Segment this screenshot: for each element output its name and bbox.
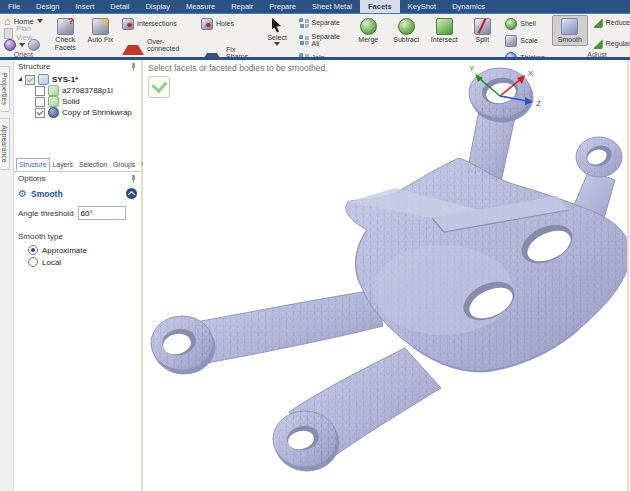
smooth-icon (561, 18, 578, 35)
select-label: Select (267, 34, 286, 42)
tab-appearance[interactable]: Appearance (0, 118, 10, 170)
tab-insert[interactable]: Insert (67, 0, 102, 13)
plan-view-icon (4, 28, 13, 39)
angle-threshold-label: Angle threshold (18, 209, 74, 218)
separate-label: Separate (312, 19, 340, 26)
shell-label: Shell (520, 20, 536, 27)
tab-properties[interactable]: Properties (0, 66, 10, 112)
pin-icon[interactable] (129, 175, 137, 183)
shell-icon (505, 18, 517, 30)
spin-tools[interactable] (2, 39, 42, 51)
ribbon-group-orient: ⌂ Home Plan View Orient (0, 14, 47, 57)
radio-button-icon[interactable] (28, 257, 38, 267)
gear-icon: ⚙ (18, 189, 27, 199)
auto-fix-icon (92, 18, 109, 35)
tree-row-sys[interactable]: SYS-1* (18, 74, 141, 85)
split-label: Split (475, 36, 489, 44)
radio-button-icon[interactable] (28, 245, 38, 255)
radio-approximate-label: Approximate (42, 246, 87, 255)
subtract-button[interactable]: Subtract (388, 15, 424, 46)
merge-label: Merge (358, 36, 378, 44)
active-tool-name: Smooth (31, 189, 122, 199)
checkbox-solid[interactable] (35, 97, 45, 107)
regularize-icon (593, 39, 603, 49)
shell-button[interactable]: Shell (502, 16, 548, 32)
structure-panel-title: Structure (18, 62, 50, 71)
smooth-button[interactable]: Smooth (552, 15, 588, 46)
regularize-label: Regularize (606, 40, 630, 47)
checkbox-part[interactable] (35, 86, 45, 96)
checkbox-shrinkwrap[interactable] (35, 108, 45, 118)
model-viewport[interactable]: Select facets or faceted bodies to be sm… (143, 60, 629, 491)
select-button[interactable]: Select (261, 15, 294, 48)
angle-threshold-input[interactable] (78, 206, 126, 220)
regularize-button[interactable]: Regularize (590, 37, 630, 51)
collapse-options-button[interactable] (126, 188, 137, 199)
radio-local[interactable]: Local (14, 255, 141, 267)
tab-keyshot[interactable]: KeyShot (400, 0, 444, 13)
panel-tab-selection[interactable]: Selection (76, 158, 110, 171)
check-facets-button[interactable]: Check Facets (49, 15, 82, 53)
over-connected-icon (122, 35, 144, 55)
tab-display[interactable]: Display (137, 0, 178, 13)
ribbon-tab-bar: File Design Insert Detail Display Measur… (0, 0, 630, 14)
angle-threshold-row: Angle threshold (14, 202, 141, 224)
cursor-icon (271, 18, 283, 33)
tab-design[interactable]: Design (28, 0, 67, 13)
tab-measure[interactable]: Measure (178, 0, 223, 13)
reduce-icon (593, 18, 603, 28)
scale-button[interactable]: Scale (502, 33, 548, 49)
scale-label: Scale (520, 37, 538, 44)
tab-facets[interactable]: Facets (360, 0, 400, 13)
ribbon-group-cleanup: Check Facets Auto Fix Intersections Over… (47, 14, 259, 57)
holes-label: Holes (216, 20, 234, 27)
panel-tab-layers[interactable]: Layers (50, 158, 76, 171)
tab-dynamics[interactable]: Dynamics (444, 0, 493, 13)
check-facets-label: Check Facets (51, 36, 80, 51)
tree-row-shrinkwrap[interactable]: Copy of Shrinkwrap (18, 107, 141, 118)
tree-row-solid[interactable]: Solid (18, 96, 141, 107)
scale-icon (505, 35, 517, 47)
separate-button[interactable]: Separate (296, 16, 347, 30)
holes-icon (201, 18, 213, 30)
ribbon-group-organize: Select Separate Separate All Join Organi… (259, 14, 348, 57)
options-panel-title: Options (18, 174, 46, 183)
panel-tab-groups[interactable]: Groups (110, 158, 138, 171)
side-tab-strip: Properties Appearance (0, 60, 14, 491)
tab-repair[interactable]: Repair (223, 0, 261, 13)
holes-button[interactable]: Holes (198, 16, 257, 32)
smooth-type-label: Smooth type (14, 224, 141, 243)
check-facets-icon (57, 18, 74, 35)
home-icon: ⌂ (4, 16, 11, 27)
tab-detail[interactable]: Detail (102, 0, 137, 13)
over-connected-button[interactable]: Over-connected (119, 33, 196, 57)
intersect-button[interactable]: Intersect (426, 15, 462, 46)
reduce-label: Reduce (606, 19, 630, 26)
tab-sheet-metal[interactable]: Sheet Metal (304, 0, 360, 13)
auto-fix-button[interactable]: Auto Fix (84, 15, 117, 46)
chevron-down-icon (37, 19, 43, 23)
assembly-icon (38, 74, 49, 85)
radio-approximate[interactable]: Approximate (14, 243, 141, 255)
ribbon: ⌂ Home Plan View Orient Check Facets (0, 14, 630, 57)
tree-row-part[interactable]: a27983788p1l (18, 85, 141, 96)
tab-prepare[interactable]: Prepare (261, 0, 304, 13)
checkbox-sys[interactable] (25, 75, 35, 85)
separate-all-icon (299, 35, 309, 45)
merge-button[interactable]: Merge (350, 15, 386, 46)
mesh-body-icon (48, 107, 59, 118)
mesh-model[interactable]: X Y Z (143, 60, 627, 491)
subtract-label: Subtract (393, 36, 419, 44)
solid-icon (48, 96, 59, 107)
structure-tree: SYS-1* a27983788p1l Solid Copy of Shrink… (14, 73, 141, 118)
panel-tab-bar: Structure Layers Selection Groups Views (14, 158, 141, 172)
reduce-button[interactable]: Reduce (590, 16, 630, 30)
separate-all-button[interactable]: Separate All (296, 31, 347, 50)
panel-tab-structure[interactable]: Structure (16, 158, 50, 171)
plan-view-button[interactable]: Plan View (2, 27, 45, 39)
expander-icon[interactable] (18, 77, 22, 81)
tab-file[interactable]: File (0, 0, 28, 13)
split-button[interactable]: Split (464, 15, 500, 46)
intersections-button[interactable]: Intersections (119, 16, 196, 32)
pin-icon[interactable] (129, 63, 137, 71)
